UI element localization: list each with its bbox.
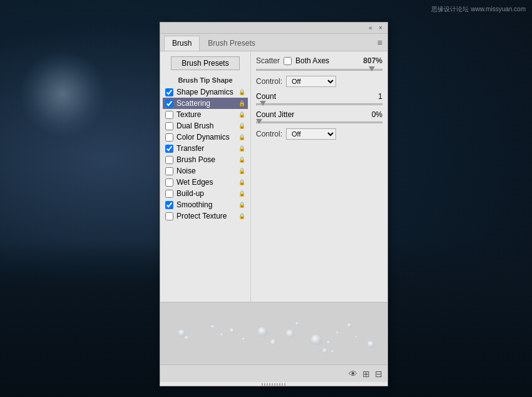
brush-item-protect-texture[interactable]: Protect Texture🔒 [163,210,248,222]
count-jitter-value: 0% [372,110,382,119]
brush-item-brush-pose[interactable]: Brush Pose🔒 [163,154,248,165]
preview-bubble [335,331,340,335]
control1-label: Control: [256,77,282,86]
lock-icon-color-dynamics: 🔒 [238,134,245,140]
grid-icon[interactable]: ⊞ [362,369,370,379]
lock-icon-dual-brush: 🔒 [238,123,245,129]
eye-icon[interactable]: 👁 [349,369,357,379]
lock-icon-build-up: 🔒 [238,190,245,197]
preview-bubble [229,327,235,334]
jitter-slider[interactable] [256,121,382,123]
preview-bubble [220,333,224,337]
tab-brush[interactable]: Brush [164,36,200,51]
brush-items-list: Shape Dynamics🔒Scattering🔒Texture🔒Dual B… [163,86,248,222]
brush-panel: « × Brush Brush Presets ≡ Brush Presets … [160,22,388,386]
preview-bubble [354,335,358,339]
count-jitter-row: Count Jitter 0% [256,110,382,119]
brush-label-build-up: Build-up [176,189,238,198]
brush-checkbox-build-up[interactable] [165,190,173,198]
both-axes-checkbox[interactable] [284,57,292,65]
count-slider[interactable] [256,103,382,105]
lock-icon-brush-pose: 🔒 [238,157,245,163]
panel-body: Brush Presets Brush Tip Shape Shape Dyna… [160,51,387,302]
preview-bubble [310,334,323,346]
panel-close-btn[interactable]: × [377,25,384,31]
scatter-label: Scatter [256,56,280,65]
brush-checkbox-dual-brush[interactable] [165,122,173,130]
lock-icon-wet-edges: 🔒 [238,179,245,185]
preview-bubble [184,335,190,341]
brush-item-noise[interactable]: Noise🔒 [163,165,248,177]
brush-label-shape-dynamics: Shape Dynamics [176,88,238,96]
brush-item-scattering[interactable]: Scattering🔒 [163,98,248,109]
brush-checkbox-transfer[interactable] [165,145,173,153]
brush-label-smoothing: Smoothing [176,200,238,209]
expand-icon[interactable]: ⊟ [375,369,382,379]
lock-icon-scattering: 🔒 [238,100,245,106]
preview-bubble [270,339,277,346]
brush-tip-shape-label: Brush Tip Shape [163,76,248,84]
scatter-slider[interactable] [256,69,382,71]
preview-bubble [242,337,246,341]
lock-icon-texture: 🔒 [238,111,245,118]
panel-menu-icon[interactable]: ≡ [377,38,382,48]
control1-select[interactable]: Off Fade Pen Pressure Pen Tilt Stylus Wh… [286,76,336,87]
brush-checkbox-wet-edges[interactable] [165,178,173,187]
left-column: Brush Presets Brush Tip Shape Shape Dyna… [160,51,251,302]
count-jitter-label: Count Jitter [256,110,372,119]
panel-tabs: Brush Brush Presets ≡ [160,34,387,51]
preview-bubble [295,321,300,326]
brush-label-noise: Noise [176,167,238,175]
brush-checkbox-color-dynamics[interactable] [165,133,173,142]
brush-checkbox-noise[interactable] [165,167,173,175]
scatter-slider-handle[interactable] [369,66,375,71]
watermark: 思缘设计论坛 www.missyuan.com [431,5,526,14]
preview-bubble [330,349,335,354]
count-label: Count [256,92,378,101]
preview-bubble [210,324,215,329]
both-axes-label: Both Axes [295,56,329,65]
lock-icon-noise: 🔒 [238,168,245,174]
brush-label-brush-pose: Brush Pose [176,155,238,164]
preview-bubble [322,348,329,354]
control2-select[interactable]: Off Fade Pen Pressure Pen Tilt Stylus Wh… [286,128,336,140]
count-slider-handle[interactable] [260,101,266,106]
count-value: 1 [378,92,382,101]
preview-bubble [347,322,352,328]
brush-checkbox-shape-dynamics[interactable] [165,88,173,96]
brush-label-wet-edges: Wet Edges [176,178,238,187]
brush-item-build-up[interactable]: Build-up🔒 [163,188,248,199]
brush-item-dual-brush[interactable]: Dual Brush🔒 [163,120,248,131]
brush-item-texture[interactable]: Texture🔒 [163,109,248,120]
scatter-row: Scatter Both Axes 807% [256,56,382,65]
panel-collapse-btn[interactable]: « [367,25,374,31]
brush-label-protect-texture: Protect Texture [176,212,238,220]
jitter-slider-handle[interactable] [256,119,262,124]
brush-item-wet-edges[interactable]: Wet Edges🔒 [163,177,248,188]
preview-bubble [285,329,295,339]
brush-checkbox-scattering[interactable] [165,100,173,108]
lock-icon-smoothing: 🔒 [238,202,245,208]
brush-item-transfer[interactable]: Transfer🔒 [163,143,248,154]
drag-handle[interactable] [262,383,287,386]
brush-item-shape-dynamics[interactable]: Shape Dynamics🔒 [163,86,248,98]
preview-bubble [367,340,376,349]
brush-checkbox-texture[interactable] [165,111,173,119]
brush-checkbox-brush-pose[interactable] [165,156,173,164]
control2-row: Control: Off Fade Pen Pressure Pen Tilt … [256,128,382,140]
brush-item-smoothing[interactable]: Smoothing🔒 [163,199,248,210]
panel-titlebar: « × [160,23,387,34]
scatter-value: 807% [363,56,382,65]
preview-canvas [160,302,387,364]
brush-checkbox-protect-texture[interactable] [165,212,173,220]
lock-icon-transfer: 🔒 [238,145,245,152]
brush-presets-button[interactable]: Brush Presets [171,56,240,70]
brush-item-color-dynamics[interactable]: Color Dynamics🔒 [163,131,248,143]
brush-label-dual-brush: Dual Brush [176,121,238,130]
brush-checkbox-smoothing[interactable] [165,201,173,209]
control2-label: Control: [256,130,282,138]
tab-brush-presets[interactable]: Brush Presets [200,36,263,51]
brush-label-color-dynamics: Color Dynamics [176,133,238,142]
lock-icon-shape-dynamics: 🔒 [238,89,245,95]
preview-bubble [326,340,331,345]
